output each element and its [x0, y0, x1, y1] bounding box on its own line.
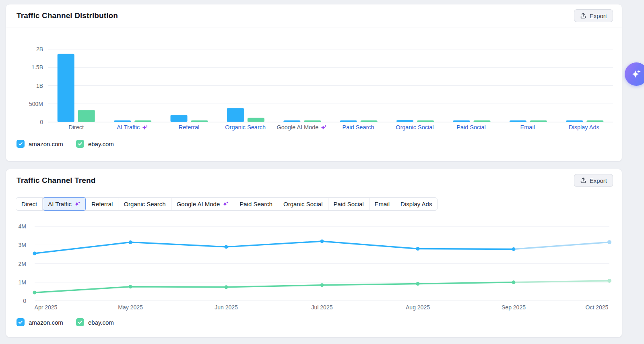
svg-text:0: 0	[23, 298, 26, 303]
category-label-paid-search[interactable]: Paid Search	[343, 124, 374, 131]
category-display-ads: Display Ads	[556, 124, 612, 131]
svg-text:4M: 4M	[19, 223, 26, 230]
bar-ebay-com-paid-social	[474, 120, 491, 122]
ai-sparkle-icon	[74, 201, 80, 207]
legend-label: amazon.com	[29, 141, 63, 147]
line-ebay-com	[35, 282, 514, 292]
bar-ebay-com-direct	[78, 110, 95, 122]
distribution-legend: amazon.comebay.com	[17, 140, 622, 148]
x-axis-label-apr-2025: Apr 2025	[35, 304, 58, 311]
distribution-card-header: Traffic Channel Distribution Export	[6, 4, 622, 27]
category-referral: Referral	[161, 124, 217, 131]
distribution-title: Traffic Channel Distribution	[17, 11, 118, 20]
category-label-email[interactable]: Email	[520, 124, 535, 131]
bar-amazon-com-referral	[171, 115, 188, 122]
tab-ai-traffic[interactable]: AI Traffic	[43, 197, 86, 211]
category-label-ai-traffic[interactable]: AI Traffic	[117, 124, 140, 131]
tab-label: Paid Social	[334, 201, 364, 207]
tab-label: Google AI Mode	[177, 201, 220, 207]
ai-sparkle-icon	[631, 69, 642, 79]
x-axis-label-sep-2025: Sep 2025	[502, 304, 526, 311]
legend-item-ebay-com[interactable]: ebay.com	[76, 318, 114, 326]
tab-label: Direct	[21, 201, 37, 207]
tab-organic-social[interactable]: Organic Social	[278, 198, 328, 210]
line-amazon-com	[35, 241, 514, 253]
svg-text:3M: 3M	[19, 242, 26, 248]
tab-label: Display Ads	[400, 201, 432, 207]
tab-label: Email	[375, 201, 390, 207]
category-organic-social: Organic Social	[386, 124, 443, 131]
category-label-referral[interactable]: Referral	[179, 124, 200, 131]
trend-title: Traffic Channel Trend	[17, 176, 95, 185]
category-email: Email	[500, 124, 556, 131]
tab-label: Paid Search	[239, 201, 272, 207]
legend-item-ebay-com[interactable]: ebay.com	[76, 140, 114, 148]
legend-label: ebay.com	[88, 141, 114, 147]
tab-display-ads[interactable]: Display Ads	[395, 198, 437, 210]
bar-ebay-com-organic-social	[417, 120, 434, 122]
tab-label: Referral	[91, 201, 113, 207]
bar-amazon-com-ai-traffic	[114, 120, 131, 122]
bar-amazon-com-organic-social	[396, 120, 413, 122]
traffic-distribution-bar-chart: 0500M1B1.5B2B DirectAI TrafficReferralOr…	[6, 27, 622, 134]
tab-label: Organic Social	[283, 201, 323, 207]
export-label: Export	[590, 12, 607, 19]
ai-assistant-button[interactable]	[625, 62, 644, 86]
svg-text:2B: 2B	[36, 46, 43, 52]
checkbox-ebay-com[interactable]	[76, 318, 84, 326]
legend-label: amazon.com	[29, 319, 63, 326]
category-label-organic-social[interactable]: Organic Social	[396, 124, 433, 131]
checkbox-amazon-com[interactable]	[17, 318, 25, 326]
legend-item-amazon-com[interactable]: amazon.com	[17, 318, 63, 326]
traffic-channel-trend-card: Traffic Channel Trend Export DirectAI Tr…	[6, 169, 622, 338]
tab-paid-search[interactable]: Paid Search	[234, 198, 278, 210]
svg-text:0: 0	[40, 119, 43, 124]
bar-amazon-com-google-ai-mode	[283, 120, 300, 122]
check-icon	[18, 141, 23, 147]
tab-organic-search[interactable]: Organic Search	[118, 198, 171, 210]
category-label-google-ai-mode: Google AI Mode	[277, 124, 318, 131]
trend-legend: amazon.comebay.com	[17, 318, 622, 326]
category-organic-search: Organic Search	[217, 124, 274, 131]
category-label-direct: Direct	[68, 124, 84, 131]
tab-google-ai-mode[interactable]: Google AI Mode	[171, 198, 235, 210]
checkbox-ebay-com[interactable]	[76, 140, 84, 148]
trend-export-button[interactable]: Export	[574, 174, 613, 187]
x-axis-label-jun-2025: Jun 2025	[215, 304, 238, 311]
trend-card-body: DirectAI TrafficReferralOrganic SearchGo…	[6, 192, 622, 326]
check-icon	[77, 319, 83, 325]
x-axis-label-aug-2025: Aug 2025	[406, 304, 430, 311]
bar-amazon-com-paid-search	[340, 120, 357, 122]
traffic-trend-line-chart: 01M2M3M4M Apr 2025May 2025Jun 2025Jul 20…	[6, 211, 622, 312]
category-google-ai-mode: Google AI Mode	[274, 124, 330, 131]
trend-card-header: Traffic Channel Trend Export	[6, 169, 622, 192]
category-label-organic-search[interactable]: Organic Search	[225, 124, 266, 131]
tab-email[interactable]: Email	[369, 198, 396, 210]
category-direct: Direct	[48, 124, 104, 131]
distribution-export-button[interactable]: Export	[574, 9, 613, 22]
legend-label: ebay.com	[88, 319, 114, 326]
line-chart-x-axis-labels: Apr 2025May 2025Jun 2025Jul 2025Aug 2025…	[6, 303, 622, 312]
tab-label: Organic Search	[124, 201, 165, 207]
bar-ebay-com-referral	[191, 120, 208, 122]
ai-sparkle-icon	[223, 201, 229, 207]
check-icon	[77, 141, 83, 147]
svg-text:1B: 1B	[36, 83, 43, 89]
export-icon	[580, 177, 586, 184]
category-label-paid-social[interactable]: Paid Social	[456, 124, 486, 131]
checkbox-amazon-com[interactable]	[17, 140, 25, 148]
tab-label: AI Traffic	[48, 201, 72, 207]
category-label-display-ads[interactable]: Display Ads	[569, 124, 599, 131]
distribution-card-body: 0500M1B1.5B2B DirectAI TrafficReferralOr…	[6, 27, 622, 148]
tab-paid-social[interactable]: Paid Social	[328, 198, 369, 210]
legend-item-amazon-com[interactable]: amazon.com	[17, 140, 63, 148]
svg-text:1M: 1M	[19, 279, 26, 286]
tab-referral[interactable]: Referral	[86, 198, 118, 210]
tab-direct[interactable]: Direct	[16, 198, 43, 210]
bar-amazon-com-email	[510, 120, 526, 122]
bar-ebay-com-display-ads	[586, 120, 603, 122]
svg-text:1.5B: 1.5B	[31, 64, 43, 70]
x-axis-label-jul-2025: Jul 2025	[312, 304, 333, 311]
x-axis-label-may-2025: May 2025	[118, 304, 142, 311]
bar-ebay-com-paid-search	[361, 120, 378, 122]
